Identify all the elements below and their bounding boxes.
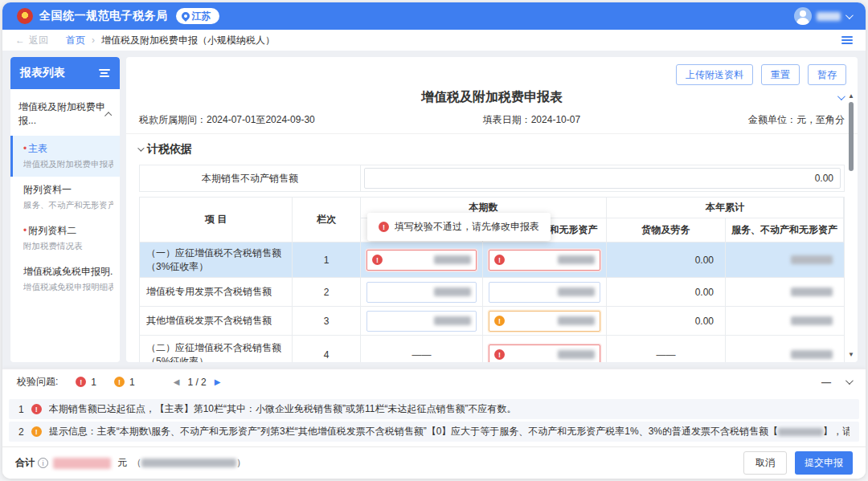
redacted-value [558, 255, 595, 264]
cur-goods-input[interactable] [366, 311, 477, 332]
redacted-value [791, 316, 833, 325]
minimize-icon[interactable]: — [821, 377, 831, 388]
scrollbar-thumb[interactable] [849, 102, 854, 171]
redacted-value [791, 255, 833, 264]
row-no: 3 [293, 307, 361, 335]
row-label: （一）应征增值税不含税销售额（3%征收率） [140, 243, 293, 277]
sidebar-group-toggle[interactable]: 增值税及附加税费申报... [10, 89, 120, 136]
not-applicable-dash: —— [366, 349, 477, 361]
error-icon: ! [31, 404, 42, 414]
reset-button[interactable]: 重置 [761, 64, 800, 85]
warning-count[interactable]: ! 1 [114, 377, 135, 388]
report-list-sidebar: 报表列表 增值税及附加税费申报... •主表 增值税及附加税费申报表 附列资料一… [10, 57, 120, 362]
ytd-goods-value: 0.00 [607, 278, 726, 306]
user-menu-chevron-icon[interactable] [845, 11, 854, 19]
save-draft-button[interactable]: 暂存 [808, 64, 846, 85]
row-no: 4 [293, 336, 361, 362]
redacted-value [434, 316, 471, 325]
warning-icon: ! [31, 426, 42, 437]
total-amount-redacted [53, 458, 111, 469]
region-name: 江苏 [192, 10, 211, 23]
table-row[interactable]: 增值税专用发票不含税销售额 2 0.00 [139, 278, 845, 307]
ytd-goods-value: 0.00 [607, 307, 726, 335]
redacted-value [558, 316, 595, 325]
footer-bar: 合计 i 元 （） 取消 提交申报 [2, 446, 866, 479]
table-row[interactable]: （一）应征增值税不含税销售额（3%征收率） 1 ! ! 0.00 [139, 243, 845, 278]
error-icon: ! [379, 222, 389, 232]
cur-services-input[interactable]: ! [489, 311, 600, 332]
sidebar-item-appendix-2[interactable]: •附列资料二 附加税费情况表 [10, 218, 120, 259]
pager-prev-icon[interactable]: ◀ [174, 377, 180, 386]
section-chevron-icon [137, 145, 144, 151]
form-title: 增值税及附加税费申报表 [421, 89, 563, 106]
username-redacted [817, 12, 841, 21]
sidebar-item-tax-exemption[interactable]: 增值税减免税申报明... 增值税减免税申报明细表 [10, 259, 120, 300]
filter-icon[interactable] [99, 69, 110, 77]
breadcrumb: ← 返回 首页 › 增值税及附加税费申报（小规模纳税人） [2, 30, 866, 51]
validation-tooltip: ! 填写校验不通过，请先修改申报表 [367, 213, 551, 241]
submit-declaration-button[interactable]: 提交申报 [795, 451, 853, 475]
validation-message[interactable]: 1 ! 本期销售额已达起征点，【主表】第10栏“其中：小微企业免税销售额”或第1… [9, 399, 859, 419]
redacted-value [791, 287, 833, 296]
validation-label: 校验问题: [17, 375, 58, 389]
cancel-button[interactable]: 取消 [743, 451, 787, 475]
error-icon: ! [494, 349, 505, 360]
info-icon[interactable]: i [38, 458, 48, 468]
back-arrow-icon: ← [15, 35, 25, 46]
section-tax-basis[interactable]: 计税依据 [126, 134, 858, 161]
cur-goods-input[interactable] [366, 282, 477, 303]
required-marker: • [23, 143, 27, 154]
pager-position: 1 / 2 [187, 377, 206, 388]
table-row[interactable]: （二）应征增值税不含税销售额（5%征收率） 4 —— ! —— [139, 336, 845, 362]
col-header-services-ytd: 服务、不动产和无形资产 [726, 218, 844, 243]
scroll-up-icon[interactable]: ▲ [848, 92, 854, 100]
table-row[interactable]: 其他增值税发票不含税销售额 3 ! 0.00 [139, 307, 845, 336]
national-emblem-logo [17, 8, 33, 24]
validation-messages: 1 ! 本期销售额已达起征点，【主表】第10栏“其中：小微企业免税销售额”或第1… [2, 394, 866, 446]
cur-services-input[interactable]: ! [489, 250, 600, 271]
error-count[interactable]: ! 1 [76, 377, 96, 388]
not-applicable-dash: —— [612, 349, 719, 361]
cur-goods-input[interactable]: ! [366, 250, 477, 271]
breadcrumb-current: 增值税及附加税费申报（小规模纳税人） [101, 34, 275, 47]
region-badge[interactable]: 江苏 [176, 8, 219, 24]
redacted-value [434, 287, 471, 296]
row-label: 增值税专用发票不含税销售额 [140, 278, 293, 306]
amount-unit-label: 金额单位：元，至角分 [748, 113, 845, 127]
row-label: 其他增值税发票不含税销售额 [140, 307, 293, 335]
user-avatar[interactable] [794, 7, 812, 25]
menu-icon[interactable] [841, 36, 853, 44]
property-sales-input[interactable]: 0.00 [364, 168, 841, 189]
warning-icon: ! [494, 316, 505, 326]
required-marker: • [23, 225, 27, 236]
sidebar-item-appendix-1[interactable]: 附列资料一 服务、不动产和无形资产扣... [10, 177, 120, 218]
location-pin-icon [179, 10, 190, 22]
col-header-goods-ytd: 货物及劳务 [607, 218, 726, 243]
validation-message[interactable]: 2 ! 提示信息：主表“本期数\服务、不动产和无形资产”列第3栏“其他增值税发票… [9, 422, 859, 442]
sidebar-title: 报表列表 [20, 66, 65, 80]
form-toolbar: 上传附送资料 重置 暂存 [126, 57, 858, 86]
row-no: 2 [293, 278, 361, 306]
fill-date-label: 填表日期： [483, 114, 531, 125]
collapse-panel-chevron-icon[interactable] [845, 377, 854, 385]
back-button[interactable]: ← 返回 [15, 34, 48, 47]
sidebar-header: 报表列表 [10, 57, 120, 89]
fill-date-value: 2024-10-07 [531, 114, 580, 125]
total-detail-redacted [141, 459, 236, 467]
sidebar-item-main-form[interactable]: •主表 增值税及附加税费申报表 [10, 136, 120, 177]
upload-attachments-button[interactable]: 上传附送资料 [676, 64, 753, 85]
cur-services-input[interactable]: ! [489, 344, 600, 363]
breadcrumb-home[interactable]: 首页 [66, 34, 85, 47]
pager-next-icon[interactable]: ▶ [215, 377, 221, 386]
collapse-form-chevron-icon[interactable] [837, 92, 845, 100]
form-meta: 税款所属期间：2024-07-01至2024-09-30 填表日期：2024-1… [126, 108, 858, 134]
property-sales-label: 本期销售不动产销售额 [140, 165, 361, 191]
app-title: 全国统一规范电子税务局 [39, 9, 168, 23]
tax-period-label: 税款所属期间： [139, 114, 207, 125]
vertical-scrollbar[interactable]: ▲ ▼ [846, 92, 856, 359]
error-icon: ! [494, 255, 505, 265]
currency-unit: 元 [117, 456, 127, 470]
scroll-down-icon[interactable]: ▼ [848, 351, 854, 359]
cur-services-input[interactable] [489, 282, 600, 303]
message-text: 本期销售额已达起征点，【主表】第10栏“其中：小微企业免税销售额”或第11栏“未… [49, 402, 517, 416]
